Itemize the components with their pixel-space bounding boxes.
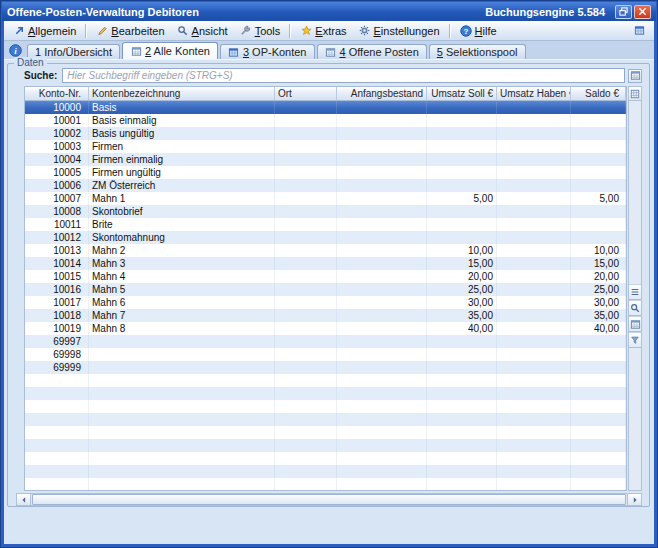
table-row-empty[interactable] [25, 478, 626, 490]
table-row[interactable]: 69998 [25, 348, 626, 361]
menu-label: Allgemein [28, 25, 76, 37]
cell-ort [275, 335, 337, 348]
column-header-saldo[interactable]: Saldo € [571, 87, 626, 100]
column-header-ort[interactable]: Ort [275, 87, 337, 100]
cell-soll: 5,00 [427, 192, 497, 205]
search-icon [629, 302, 641, 314]
column-header-bez[interactable]: Kontenbezeichnung [89, 87, 275, 100]
tab-op-konten[interactable]: 3 OP-Konten [220, 44, 315, 59]
cell-bez: Mahn 1 [89, 192, 275, 205]
table-row[interactable]: 10018Mahn 735,0035,00 [25, 309, 626, 322]
horizontal-scroll-thumb[interactable] [32, 494, 626, 505]
scroll-left-button[interactable] [17, 494, 31, 505]
search-grid-button[interactable] [629, 300, 641, 316]
menu-extras[interactable]: Extras [294, 23, 352, 39]
menu-hilfe[interactable]: ?Hilfe [454, 23, 503, 39]
table-row-empty[interactable] [25, 374, 626, 387]
table-row-empty[interactable] [25, 387, 626, 400]
list-view-button[interactable] [629, 284, 641, 300]
column-header-soll[interactable]: Umsatz Soll € [427, 87, 497, 100]
cell-ort [275, 244, 337, 257]
table-row[interactable]: 10008Skontobrief [25, 205, 626, 218]
cell-soll [427, 179, 497, 192]
edit-icon [96, 25, 108, 37]
search-input[interactable] [62, 68, 625, 83]
table-row[interactable]: 10004Firmen einmalig [25, 153, 626, 166]
cell-ort [275, 140, 337, 153]
cell-ort [275, 400, 337, 413]
menu-toolbar-right-button[interactable] [627, 23, 651, 39]
table-row[interactable]: 69997 [25, 335, 626, 348]
tab-selektionspool[interactable]: 5 Selektionspool [429, 44, 526, 59]
table-row[interactable]: 10012Skontomahnung [25, 231, 626, 244]
toolbar-separator [449, 24, 451, 38]
cell-soll: 10,00 [427, 244, 497, 257]
table-row[interactable]: 10013Mahn 210,0010,00 [25, 244, 626, 257]
cell-anf [337, 452, 427, 465]
cell-bez [89, 348, 275, 361]
cell-soll [427, 348, 497, 361]
table-row[interactable]: 10006ZM Österreich [25, 179, 626, 192]
table-view-button[interactable] [629, 316, 641, 332]
cell-konto: 10003 [25, 140, 89, 153]
table-row[interactable]: 10014Mahn 315,0015,00 [25, 257, 626, 270]
table-row[interactable]: 10017Mahn 630,0030,00 [25, 296, 626, 309]
tab-offene-posten[interactable]: 4 Offene Posten [317, 44, 427, 59]
cell-anf [337, 283, 427, 296]
table-row-empty[interactable] [25, 465, 626, 478]
column-header-anf[interactable]: Anfangsbestand [337, 87, 427, 100]
scroll-right-button[interactable] [627, 494, 641, 505]
cell-soll [427, 218, 497, 231]
cell-soll [427, 153, 497, 166]
table-row[interactable]: 10011Brite [25, 218, 626, 231]
cell-haben [497, 335, 571, 348]
cell-anf [337, 374, 427, 387]
table-row[interactable]: 10005Firmen ungültig [25, 166, 626, 179]
column-header-haben[interactable]: Umsatz Haben € [497, 87, 571, 100]
restore-button[interactable] [615, 5, 632, 19]
cell-ort [275, 296, 337, 309]
table-row[interactable]: 10000Basis [25, 101, 626, 114]
vertical-scrollbar[interactable] [628, 86, 642, 491]
column-header-konto[interactable]: Konto-Nr. [25, 87, 89, 100]
tabbar: i 1 Info/Übersicht2 Alle Konten3 OP-Kont… [4, 41, 654, 60]
table-row-empty[interactable] [25, 426, 626, 439]
cell-konto: 10015 [25, 270, 89, 283]
menu-tools[interactable]: Tools [234, 23, 287, 39]
tab-alle-konten[interactable]: 2 Alle Konten [122, 42, 218, 59]
info-icon[interactable]: i [9, 44, 22, 57]
table-row-empty[interactable] [25, 439, 626, 452]
menu-bearbeiten[interactable]: Bearbeiten [90, 23, 170, 39]
table-row[interactable]: 10001Basis einmalig [25, 114, 626, 127]
close-button[interactable] [634, 5, 651, 19]
table-row-empty[interactable] [25, 413, 626, 426]
table-row[interactable]: 10016Mahn 525,0025,00 [25, 283, 626, 296]
titlebar: Offene-Posten-Verwaltung Debitoren Buchu… [2, 2, 656, 21]
horizontal-scrollbar[interactable] [16, 493, 642, 506]
table-row-empty[interactable] [25, 452, 626, 465]
menu-allgemein[interactable]: Allgemein [7, 23, 82, 39]
tab-label: 2 Alle Konten [145, 45, 210, 57]
filter-button[interactable] [629, 332, 641, 348]
menu-ansicht[interactable]: Ansicht [171, 23, 234, 39]
table-row-empty[interactable] [25, 400, 626, 413]
cell-ort [275, 426, 337, 439]
version-label: Buchungsengine 5.584 [485, 6, 605, 18]
search-options-button[interactable] [628, 69, 642, 83]
cell-konto: 10000 [25, 101, 89, 114]
cell-ort [275, 465, 337, 478]
table-row[interactable]: 10019Mahn 840,0040,00 [25, 322, 626, 335]
table-row[interactable]: 10003Firmen [25, 140, 626, 153]
cell-ort [275, 413, 337, 426]
cell-anf [337, 387, 427, 400]
table-row[interactable]: 10002Basis ungültig [25, 127, 626, 140]
menu-einstellungen[interactable]: Einstellungen [353, 23, 446, 39]
cell-haben [497, 270, 571, 283]
table-row[interactable]: 10007Mahn 15,005,00 [25, 192, 626, 205]
toolbar-separator [289, 24, 291, 38]
column-options-button[interactable] [629, 87, 641, 101]
cell-saldo [571, 348, 626, 361]
table-row[interactable]: 69999 [25, 361, 626, 374]
table-row[interactable]: 10015Mahn 420,0020,00 [25, 270, 626, 283]
cell-anf [337, 322, 427, 335]
